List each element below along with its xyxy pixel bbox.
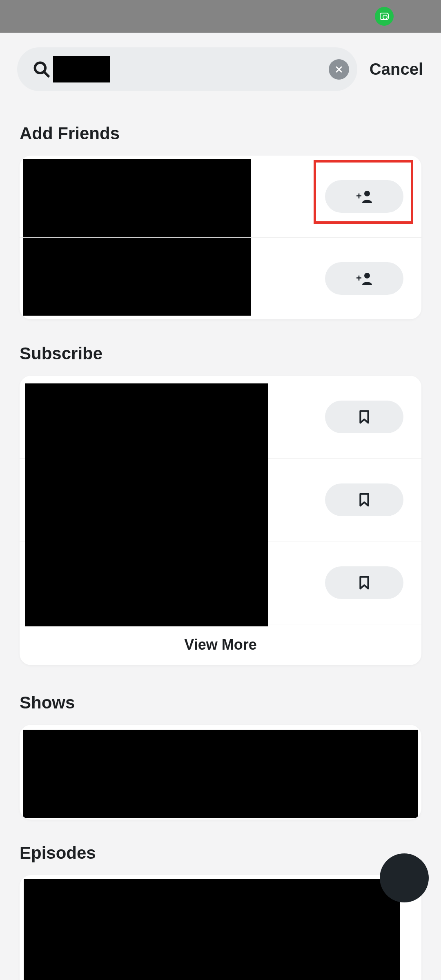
shows-content-redacted: [23, 730, 418, 818]
episodes-content-redacted: [24, 879, 400, 980]
add-person-icon: +: [355, 189, 373, 204]
subscribe-body: [20, 376, 421, 624]
shows-card: [20, 725, 421, 820]
episodes-card: [20, 875, 421, 980]
subscribe-button[interactable]: [325, 566, 403, 599]
search-header: Cancel: [0, 33, 441, 91]
svg-text:+: +: [356, 272, 362, 283]
subscribe-list-redacted: [25, 383, 268, 626]
subscribe-button[interactable]: [325, 401, 403, 433]
section-title-shows: Shows: [20, 693, 421, 713]
search-icon: [33, 60, 51, 78]
search-field[interactable]: [17, 47, 357, 91]
search-query-redacted: [53, 56, 110, 82]
status-bar: [0, 0, 441, 33]
bookmark-icon: [358, 492, 370, 507]
section-title-episodes: Episodes: [20, 843, 421, 863]
close-icon: [335, 65, 343, 74]
floating-action-button[interactable]: [380, 853, 429, 902]
bookmark-icon: [358, 575, 370, 590]
friend-row: +: [20, 238, 421, 319]
svg-line-1: [44, 72, 49, 77]
svg-point-0: [35, 62, 46, 73]
add-friend-button[interactable]: +: [325, 180, 403, 213]
subscribe-card: View More: [20, 376, 421, 665]
cancel-button[interactable]: Cancel: [370, 60, 429, 78]
clear-search-button[interactable]: [329, 59, 349, 80]
svg-point-7: [364, 273, 370, 278]
section-title-add-friends: Add Friends: [20, 124, 421, 143]
view-more-button[interactable]: View More: [20, 624, 421, 665]
add-friend-button[interactable]: +: [325, 262, 403, 295]
svg-point-5: [364, 191, 370, 196]
add-friends-card: + +: [20, 156, 421, 319]
camera-app-icon: [375, 7, 394, 26]
svg-text:+: +: [356, 190, 362, 201]
friend-row: +: [20, 156, 421, 238]
section-title-subscribe: Subscribe: [20, 344, 421, 363]
subscribe-button[interactable]: [325, 483, 403, 516]
friends-rows: + +: [20, 156, 421, 319]
bookmark-icon: [358, 410, 370, 424]
content: Add Friends + +: [0, 124, 441, 980]
add-person-icon: +: [355, 271, 373, 286]
